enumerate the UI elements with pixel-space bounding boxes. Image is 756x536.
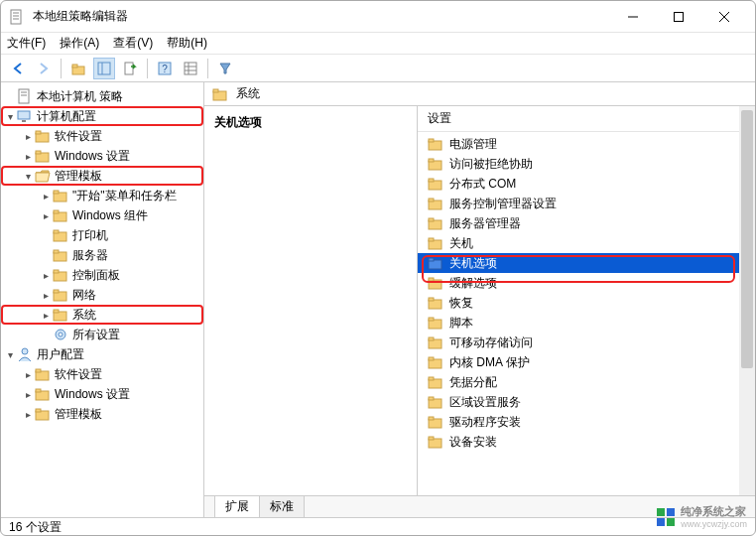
chevron-right-icon[interactable]: ▸ xyxy=(39,270,53,281)
folder-icon xyxy=(35,406,51,422)
list-detail-button[interactable] xyxy=(180,58,201,79)
menu-help[interactable]: 帮助(H) xyxy=(167,35,207,52)
tree-control-panel[interactable]: ▸ 控制面板 xyxy=(1,265,203,285)
svg-rect-80 xyxy=(429,397,434,400)
tree-start-taskbar[interactable]: ▸ "开始"菜单和任务栏 xyxy=(1,186,203,205)
back-button[interactable] xyxy=(7,58,29,79)
tab-standard[interactable]: 标准 xyxy=(259,495,305,517)
folder-icon xyxy=(53,207,68,223)
svg-rect-35 xyxy=(54,250,59,253)
titlebar: 本地组策略编辑器 xyxy=(1,1,755,33)
list-item[interactable]: 分布式 COM xyxy=(418,174,755,194)
tree-all-settings[interactable]: 所有设置 xyxy=(1,325,203,344)
svg-rect-72 xyxy=(429,318,434,321)
show-hide-tree-button[interactable] xyxy=(93,58,115,79)
list-item[interactable]: 可移动存储访问 xyxy=(418,333,755,352)
list-item[interactable]: 电源管理 xyxy=(418,134,755,154)
list-pane[interactable]: 设置 电源管理访问被拒绝协助分布式 COM服务控制管理器设置服务器管理器关机关机… xyxy=(418,106,755,495)
window-title: 本地组策略编辑器 xyxy=(33,8,610,25)
svg-rect-0 xyxy=(11,10,21,24)
svg-rect-37 xyxy=(54,270,59,273)
list-item[interactable]: 服务器管理器 xyxy=(418,213,755,233)
svg-rect-9 xyxy=(72,65,77,67)
svg-rect-19 xyxy=(19,89,29,103)
list-item-label: 服务控制管理器设置 xyxy=(449,196,557,212)
chevron-right-icon[interactable]: ▸ xyxy=(21,409,35,420)
list-column-header[interactable]: 设置 xyxy=(418,106,755,132)
tree-u-admin[interactable]: ▸ 管理模板 xyxy=(1,404,203,424)
chevron-right-icon[interactable]: ▸ xyxy=(21,369,35,380)
menu-action[interactable]: 操作(A) xyxy=(60,35,99,52)
tree-computer-config[interactable]: ▾ 计算机配置 xyxy=(1,106,203,126)
window-controls xyxy=(610,1,747,33)
svg-rect-66 xyxy=(429,258,434,261)
svg-text:?: ? xyxy=(162,64,168,74)
list-item[interactable]: 驱动程序安装 xyxy=(418,412,755,432)
list-item[interactable]: 脚本 xyxy=(418,313,755,333)
up-button[interactable] xyxy=(67,58,89,79)
tree-servers[interactable]: 服务器 xyxy=(1,245,203,265)
filter-button[interactable] xyxy=(214,58,236,79)
tree-network[interactable]: ▸ 网络 xyxy=(1,285,203,305)
tree-label: 用户配置 xyxy=(37,346,84,363)
minimize-button[interactable] xyxy=(610,1,656,33)
chevron-right-icon[interactable]: ▸ xyxy=(21,131,35,142)
list-item[interactable]: 访问被拒绝协助 xyxy=(418,154,755,174)
menu-file[interactable]: 文件(F) xyxy=(7,35,46,52)
tree-root[interactable]: 本地计算机 策略 xyxy=(1,86,203,106)
svg-rect-84 xyxy=(429,437,434,440)
list-item[interactable]: 服务控制管理器设置 xyxy=(418,194,755,213)
tree-software-settings[interactable]: ▸ 软件设置 xyxy=(1,126,203,146)
svg-rect-31 xyxy=(54,210,59,213)
folder-icon xyxy=(35,386,51,402)
statusbar: 16 个设置 xyxy=(1,517,755,536)
list-item-label: 可移动存储访问 xyxy=(449,335,533,351)
close-button[interactable] xyxy=(701,1,747,33)
tab-extended[interactable]: 扩展 xyxy=(214,495,260,517)
list-item[interactable]: 恢复 xyxy=(418,293,755,313)
chevron-right-icon[interactable]: ▸ xyxy=(39,310,53,321)
tree-printers[interactable]: 打印机 xyxy=(1,225,203,245)
folder-icon xyxy=(428,235,443,251)
forward-button[interactable] xyxy=(33,58,55,79)
list-item[interactable]: 缓解选项 xyxy=(418,273,755,293)
svg-rect-29 xyxy=(54,191,59,194)
list-item[interactable]: 设备安装 xyxy=(418,432,755,452)
tree-u-windows[interactable]: ▸ Windows 设置 xyxy=(1,384,203,404)
folder-icon xyxy=(428,136,443,152)
scrollbar[interactable] xyxy=(739,106,755,495)
properties-button[interactable]: ? xyxy=(154,58,176,79)
tree-label: 管理模板 xyxy=(55,406,102,423)
chevron-down-icon[interactable]: ▾ xyxy=(3,111,17,122)
maximize-button[interactable] xyxy=(656,1,701,33)
chevron-right-icon[interactable]: ▸ xyxy=(21,389,35,400)
list-item[interactable]: 关机选项 xyxy=(418,253,755,273)
chevron-right-icon[interactable]: ▸ xyxy=(39,210,53,221)
tree-admin-templates[interactable]: ▾ 管理模板 xyxy=(1,166,203,186)
chevron-right-icon[interactable]: ▸ xyxy=(39,290,53,301)
computer-icon xyxy=(17,108,33,124)
tree-u-software[interactable]: ▸ 软件设置 xyxy=(1,364,203,384)
tree-user-config[interactable]: ▾ 用户配置 xyxy=(1,344,203,364)
export-button[interactable] xyxy=(119,58,141,79)
svg-rect-12 xyxy=(125,63,133,74)
chevron-right-icon[interactable]: ▸ xyxy=(39,191,53,201)
toolbar-separator xyxy=(147,59,148,78)
list-item[interactable]: 关机 xyxy=(418,233,755,253)
chevron-down-icon[interactable]: ▾ xyxy=(3,349,17,360)
list-item[interactable]: 凭据分配 xyxy=(418,372,755,392)
menu-view[interactable]: 查看(V) xyxy=(113,35,153,52)
tree-system[interactable]: ▸ 系统 xyxy=(1,305,203,325)
list-item[interactable]: 区域设置服务 xyxy=(418,392,755,412)
menubar: 文件(F) 操作(A) 查看(V) 帮助(H) xyxy=(1,33,755,55)
toolbar: ? xyxy=(1,55,755,82)
chevron-down-icon[interactable]: ▾ xyxy=(21,171,35,182)
toolbar-separator xyxy=(207,59,208,78)
scrollbar-thumb[interactable] xyxy=(741,110,753,368)
tree-windows-components[interactable]: ▸ Windows 组件 xyxy=(1,205,203,225)
svg-rect-41 xyxy=(54,310,59,313)
tree-windows-settings[interactable]: ▸ Windows 设置 xyxy=(1,146,203,166)
chevron-right-icon[interactable]: ▸ xyxy=(21,151,35,162)
tree-pane[interactable]: 本地计算机 策略 ▾ 计算机配置 ▸ 软件设置 ▸ Windows 设置 ▾ 管… xyxy=(1,82,204,517)
list-item[interactable]: 内核 DMA 保护 xyxy=(418,352,755,372)
